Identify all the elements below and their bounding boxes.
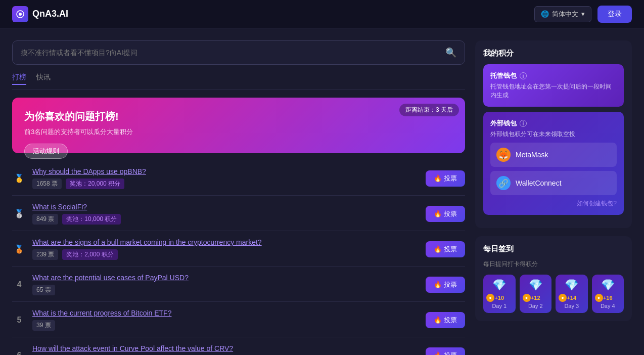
banner-rules-button[interactable]: 活动规则 bbox=[24, 144, 68, 159]
vote-button-4[interactable]: 🔥 投票 bbox=[426, 277, 465, 293]
login-button[interactable]: 登录 bbox=[597, 6, 632, 23]
main-layout: 🔍 打榜 快讯 距离结束：3 天后 为你喜欢的问题打榜! 前3名问题的支持者可以… bbox=[0, 28, 644, 355]
checkin-label-3: Day 3 bbox=[564, 303, 579, 309]
question-title-6[interactable]: How will the attack event in Curve Pool … bbox=[32, 344, 420, 352]
checkin-icon-3: 💎 bbox=[565, 279, 578, 292]
question-content-6: How will the attack event in Curve Pool … bbox=[32, 344, 420, 355]
custodial-wallet-card: 托管钱包 i 托管钱包地址会在您第一次提问后的一段时间内生成 bbox=[483, 64, 624, 107]
checkin-day-2[interactable]: 💎 +12 Day 2 ● bbox=[520, 275, 552, 313]
question-title-5[interactable]: What is the current progress of Bitcoin … bbox=[32, 309, 420, 317]
custodial-wallet-title: 托管钱包 i bbox=[490, 71, 617, 80]
prize-badge-3: 奖池：2,000 积分 bbox=[62, 249, 117, 260]
question-content-5: What is the current progress of Bitcoin … bbox=[32, 309, 420, 331]
fire-icon: 🔥 bbox=[434, 281, 442, 288]
checkin-reward-4: +16 bbox=[603, 295, 613, 301]
question-title-3[interactable]: What are the signs of a bull market comi… bbox=[32, 238, 420, 246]
checkin-reward-3: +14 bbox=[567, 295, 576, 301]
checkin-day-4[interactable]: 💎 +16 Day 4 ● bbox=[592, 275, 624, 313]
tab-news[interactable]: 快讯 bbox=[36, 73, 51, 85]
search-icon[interactable]: 🔍 bbox=[445, 47, 456, 58]
rank-number-6: 6 bbox=[12, 351, 26, 356]
checkin-subtitle: 每日提问打卡得积分 bbox=[483, 260, 624, 269]
walletconnect-label: WalletConnect bbox=[516, 179, 562, 187]
logo-icon bbox=[12, 6, 28, 22]
vote-count-3: 239 票 bbox=[32, 249, 58, 260]
checkin-reward-1: +10 bbox=[494, 295, 504, 301]
vote-button-6[interactable]: 🔥 投票 bbox=[426, 347, 465, 356]
question-title-4[interactable]: What are the potential use cases of PayP… bbox=[32, 274, 420, 282]
checkin-reward-2: +12 bbox=[531, 295, 540, 301]
checkin-day-1[interactable]: 💎 +10 Day 1 ● bbox=[483, 275, 516, 313]
question-list: 🥇 Why should the DApps use opBNB? 1658 票… bbox=[12, 161, 465, 355]
question-meta-2: 849 票 奖池：10,000 积分 bbox=[32, 214, 420, 225]
prize-badge-2: 奖池：10,000 积分 bbox=[62, 214, 121, 225]
question-content-3: What are the signs of a bull market comi… bbox=[32, 238, 420, 260]
coin-icon-2: ● bbox=[523, 294, 531, 302]
info-icon[interactable]: i bbox=[520, 72, 527, 79]
fire-icon: 🔥 bbox=[434, 316, 442, 324]
vote-button-1[interactable]: 🔥 投票 bbox=[426, 170, 465, 187]
fire-icon: 🔥 bbox=[434, 174, 442, 182]
question-content-1: Why should the DApps use opBNB? 1658 票 奖… bbox=[32, 167, 420, 189]
tabs: 打榜 快讯 bbox=[12, 73, 465, 90]
checkin-label-4: Day 4 bbox=[601, 303, 615, 309]
coin-icon-1: ● bbox=[486, 294, 494, 302]
header: QnA3.AI 🌐 简体中文 ▾ 登录 bbox=[0, 0, 644, 28]
info-icon-external[interactable]: i bbox=[520, 120, 527, 127]
vote-button-2[interactable]: 🔥 投票 bbox=[426, 206, 465, 222]
banner-countdown: 距离结束：3 天后 bbox=[399, 104, 459, 116]
checkin-icon-1: 💎 bbox=[492, 279, 506, 292]
fire-icon: 🔥 bbox=[434, 245, 442, 253]
vote-button-3[interactable]: 🔥 投票 bbox=[426, 241, 465, 257]
vote-count-5: 39 票 bbox=[32, 320, 55, 331]
chevron-down-icon: ▾ bbox=[581, 10, 585, 18]
rank-number-5: 5 bbox=[12, 316, 26, 325]
walletconnect-option[interactable]: 🔗 WalletConnect bbox=[490, 171, 617, 195]
checkin-grid: 💎 +10 Day 1 ● 💎 +12 Day 2 ● 💎 +14 Day 3 … bbox=[483, 275, 624, 313]
table-row: 🥉 What are the signs of a bull market co… bbox=[12, 232, 465, 267]
create-wallet-link[interactable]: 如何创建钱包? bbox=[490, 199, 617, 208]
question-content-4: What are the potential use cases of PayP… bbox=[32, 274, 420, 295]
checkin-icon-4: 💎 bbox=[601, 279, 615, 292]
metamask-option[interactable]: 🦊 MetaMask bbox=[490, 143, 617, 167]
rank-medal-2: 🥈 bbox=[12, 207, 26, 221]
globe-icon: 🌐 bbox=[541, 10, 549, 18]
fire-icon: 🔥 bbox=[434, 351, 442, 355]
table-row: 🥇 Why should the DApps use opBNB? 1658 票… bbox=[12, 161, 465, 196]
rank-number-4: 4 bbox=[12, 280, 26, 289]
table-row: 6 How will the attack event in Curve Poo… bbox=[12, 338, 465, 355]
points-panel-title: 我的积分 bbox=[483, 49, 624, 58]
question-content-2: What is SocialFi? 849 票 奖池：10,000 积分 bbox=[32, 203, 420, 225]
language-selector[interactable]: 🌐 简体中文 ▾ bbox=[534, 6, 591, 22]
question-meta-1: 1658 票 奖池：20,000 积分 bbox=[32, 179, 420, 189]
search-input[interactable] bbox=[21, 49, 440, 57]
metamask-icon: 🦊 bbox=[496, 148, 511, 162]
prize-badge-1: 奖池：20,000 积分 bbox=[66, 179, 124, 189]
banner-title: 为你喜欢的问题打榜! bbox=[24, 110, 453, 123]
vote-count-2: 849 票 bbox=[32, 214, 58, 225]
checkin-icon-2: 💎 bbox=[529, 279, 542, 292]
custodial-wallet-desc: 托管钱包地址会在您第一次提问后的一段时间内生成 bbox=[490, 82, 617, 100]
vote-count-1: 1658 票 bbox=[32, 179, 62, 189]
table-row: 🥈 What is SocialFi? 849 票 奖池：10,000 积分 🔥… bbox=[12, 197, 465, 231]
rank-medal-3: 🥉 bbox=[12, 242, 26, 256]
banner: 距离结束：3 天后 为你喜欢的问题打榜! 前3名问题的支持者可以瓜分大量积分 活… bbox=[12, 98, 465, 153]
checkin-label-1: Day 1 bbox=[492, 303, 507, 309]
table-row: 5 What is the current progress of Bitcoi… bbox=[12, 303, 465, 337]
logo: QnA3.AI bbox=[12, 6, 68, 22]
external-wallet-card: 外部钱包 i 外部钱包积分可在未来领取空投 🦊 MetaMask 🔗 Walle… bbox=[483, 112, 624, 215]
checkin-day-3[interactable]: 💎 +14 Day 3 ● bbox=[556, 275, 588, 313]
logo-text: QnA3.AI bbox=[32, 9, 68, 19]
header-right: 🌐 简体中文 ▾ 登录 bbox=[534, 6, 632, 23]
vote-button-5[interactable]: 🔥 投票 bbox=[426, 312, 465, 328]
table-row: 4 What are the potential use cases of Pa… bbox=[12, 268, 465, 302]
tab-ranking[interactable]: 打榜 bbox=[12, 73, 26, 85]
left-column: 🔍 打榜 快讯 距离结束：3 天后 为你喜欢的问题打榜! 前3名问题的支持者可以… bbox=[12, 40, 465, 343]
fire-icon: 🔥 bbox=[434, 210, 442, 217]
question-title-1[interactable]: Why should the DApps use opBNB? bbox=[32, 167, 420, 175]
checkin-panel: 每日签到 每日提问打卡得积分 💎 +10 Day 1 ● 💎 +12 Day 2… bbox=[475, 236, 632, 321]
walletconnect-icon: 🔗 bbox=[496, 176, 511, 190]
right-column: 我的积分 托管钱包 i 托管钱包地址会在您第一次提问后的一段时间内生成 外部钱包… bbox=[475, 40, 632, 343]
question-meta-3: 239 票 奖池：2,000 积分 bbox=[32, 249, 420, 260]
question-title-2[interactable]: What is SocialFi? bbox=[32, 203, 420, 211]
